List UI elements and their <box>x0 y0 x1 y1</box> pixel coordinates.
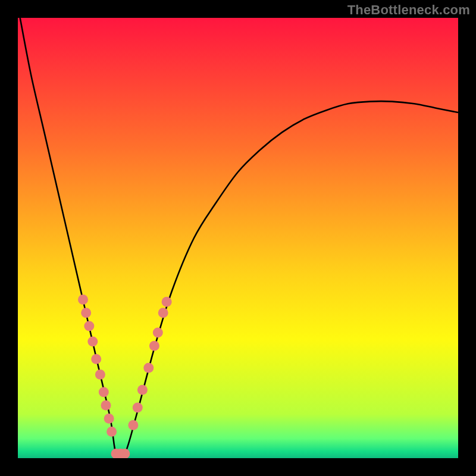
scatter-bottom <box>111 449 130 458</box>
data-point <box>153 328 163 338</box>
data-point <box>158 308 168 318</box>
data-point <box>81 308 91 318</box>
watermark-area: TheBottleneck.com <box>0 0 476 19</box>
data-point <box>95 369 105 380</box>
data-point <box>104 414 114 424</box>
data-point <box>99 387 109 397</box>
data-point <box>101 400 111 411</box>
data-point <box>162 297 172 307</box>
chart-frame: TheBottleneck.com <box>0 0 476 476</box>
scatter-right <box>128 297 171 430</box>
data-point <box>149 341 159 351</box>
curve-layer <box>18 18 458 458</box>
data-point <box>78 295 88 305</box>
data-point <box>87 336 98 346</box>
watermark-text: TheBottleneck.com <box>347 2 470 18</box>
data-point <box>84 321 94 331</box>
plot-area <box>18 18 458 458</box>
border-left <box>0 0 18 476</box>
data-point <box>137 385 148 395</box>
data-point <box>143 363 154 373</box>
border-right <box>458 0 476 476</box>
border-bottom <box>0 458 476 476</box>
data-point <box>128 420 138 430</box>
scatter-left <box>78 295 117 437</box>
data-point <box>91 354 101 364</box>
data-point <box>107 427 117 437</box>
bottleneck-curve <box>20 18 458 458</box>
data-point <box>133 402 143 412</box>
